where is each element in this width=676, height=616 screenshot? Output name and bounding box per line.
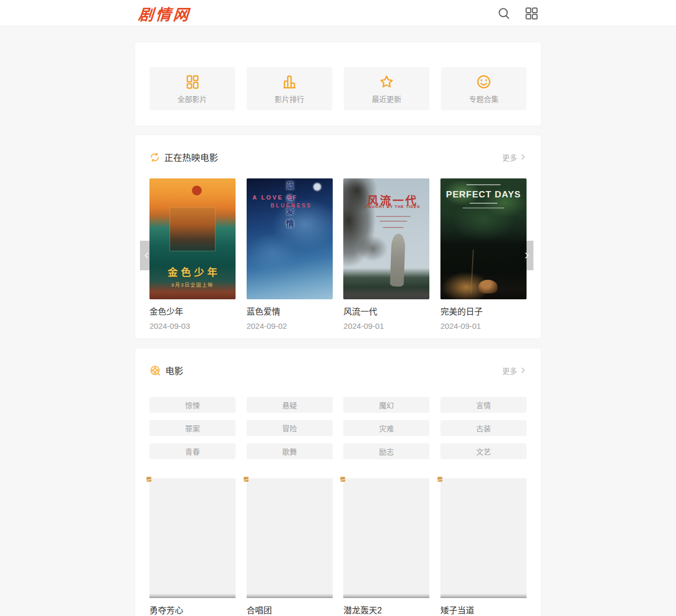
chevron-right-icon [520,154,527,160]
apps-grid-icon[interactable] [524,6,539,21]
movie-card[interactable]: 潜龙轰天2 [343,478,429,615]
now-showing-header: 正在热映电影 更多 [149,150,527,164]
movie-title: 金色少年 [149,307,236,317]
poster-subtitle-text: BLUENESS [270,203,312,209]
refresh-icon [149,152,160,163]
tag-musical[interactable]: 歌舞 [247,443,333,459]
quick-link-recent-updates[interactable]: 最近更新 [344,67,429,110]
genre-tags: 惊悚 悬疑 魔幻 言情 罪案 冒险 灾难 古装 青春 歌舞 励志 文艺 [149,397,527,459]
movies-card: 电影 更多 惊悚 悬疑 魔幻 言情 罪案 冒险 灾难 古装 青春 歌舞 励志 文… [135,348,541,616]
movie-date: 2024-09-01 [343,321,429,331]
poster-title-text: A LOVE OF [252,194,298,201]
now-showing-more-link[interactable]: 更多 [502,152,527,163]
poster-placeholder [247,478,333,598]
tag-crime[interactable]: 罪案 [149,420,236,436]
quick-link-label: 影片排行 [275,93,304,104]
movie-card-caught-by-tides[interactable]: 风流一代 CAUGHT BY THE TIDES 风流一代 2024-09-01 [343,178,429,331]
movie-title: 勇夺芳心 [149,605,236,615]
broken-image-icon [146,476,152,482]
movie-title: 潜龙轰天2 [343,605,429,615]
smiley-icon [476,74,492,90]
star-icon [379,74,395,90]
section-title: 正在热映电影 [164,150,218,164]
movie-title: 风流一代 [343,307,429,317]
chevron-right-icon [520,367,527,374]
poster-figure-shape [478,280,497,293]
movie-card[interactable]: 矮子当道 [440,478,527,615]
poster-credit-line [383,227,403,228]
broken-image-icon [437,476,443,482]
tag-art[interactable]: 文艺 [440,443,527,459]
poster-title-text: 金色少年 [149,264,236,279]
quick-link-label: 全部影片 [177,93,207,104]
poster-credit-line [470,203,497,204]
site-logo[interactable]: 剧情网 [138,2,192,24]
movie-date: 2024-09-03 [149,321,236,331]
tag-romance[interactable]: 言情 [440,397,527,413]
poster-placeholder [343,478,429,598]
poster-credit-line [463,207,504,209]
poster-statue-shape [390,234,405,287]
movie-poster: 蓝色爱情 A LOVE OF BLUENESS [247,178,333,299]
poster-placeholder [440,478,527,598]
film-reel-icon [149,365,161,376]
tag-disaster[interactable]: 灾难 [343,420,429,436]
movie-title: 蓝色爱情 [247,307,333,317]
tag-suspense[interactable]: 悬疑 [247,397,333,413]
poster-lamp-stand-shape [470,250,473,293]
tag-costume[interactable]: 古装 [440,420,527,436]
now-showing-card: 正在热映电影 更多 金色少年 9月3日全国上映 金色少年 2024-09-03 [135,135,541,338]
quick-link-rankings[interactable]: 影片排行 [247,67,332,110]
grid-icon [184,74,200,90]
poster-credit-line [466,184,501,185]
poster-credit-line [376,216,410,217]
movie-card-love-of-blueness[interactable]: 蓝色爱情 A LOVE OF BLUENESS 蓝色爱情 2024-09-02 [247,178,333,331]
tag-adventure[interactable]: 冒险 [247,420,333,436]
movie-card-golden-boy[interactable]: 金色少年 9月3日全国上映 金色少年 2024-09-03 [149,178,236,331]
movie-card[interactable]: 合唱团 [247,478,333,615]
tag-youth[interactable]: 青春 [149,443,236,459]
movie-poster: 金色少年 9月3日全国上映 [149,178,236,299]
movie-date: 2024-09-01 [440,321,527,331]
movie-title: 完美的日子 [440,307,527,317]
poster-subtitle-text: CAUGHT BY THE TIDES [359,204,426,209]
carousel-next-button[interactable] [520,241,533,270]
now-showing-carousel: 金色少年 9月3日全国上映 金色少年 2024-09-03 蓝色爱情 A LOV… [149,178,527,331]
broken-image-icon [340,476,346,482]
section-title: 电影 [165,364,183,377]
tag-thriller[interactable]: 惊悚 [149,397,236,413]
movie-card[interactable]: 勇夺芳心 [149,478,236,615]
poster-inner-panel [170,207,215,251]
chevron-right-icon [523,252,530,259]
movie-poster: 风流一代 CAUGHT BY THE TIDES [343,178,429,299]
tag-fantasy[interactable]: 魔幻 [343,397,429,413]
poster-title-text: PERFECT DAYS [440,189,527,200]
movie-date: 2024-09-02 [247,321,333,331]
site-header: 剧情网 [0,0,676,26]
quick-link-label: 专题合集 [469,93,499,104]
tag-inspiring[interactable]: 励志 [343,443,429,459]
movie-card-perfect-days[interactable]: PERFECT DAYS 完美的日子 2024-09-01 [440,178,527,331]
broken-image-icon [243,476,249,482]
quick-link-collections[interactable]: 专题合集 [441,67,527,110]
quick-link-all-films[interactable]: 全部影片 [149,67,235,110]
quick-link-label: 最近更新 [372,93,401,104]
movie-list: 勇夺芳心 合唱团 潜龙轰天2 [149,478,527,615]
movie-title: 矮子当道 [440,605,527,615]
poster-placeholder [149,478,236,598]
poster-credit-line [380,221,407,222]
search-icon[interactable] [496,6,511,21]
quick-links-card: 全部影片 影片排行 最近更新 [135,42,541,126]
movie-poster: PERFECT DAYS [440,178,527,299]
ranking-bars-icon [281,74,297,90]
movies-header: 电影 更多 [149,364,527,377]
movies-more-link[interactable]: 更多 [502,365,527,376]
poster-subtitle-text: 9月3日全国上映 [149,281,236,288]
movie-title: 合唱团 [247,605,333,615]
main-content: 全部影片 影片排行 最近更新 [135,42,541,616]
